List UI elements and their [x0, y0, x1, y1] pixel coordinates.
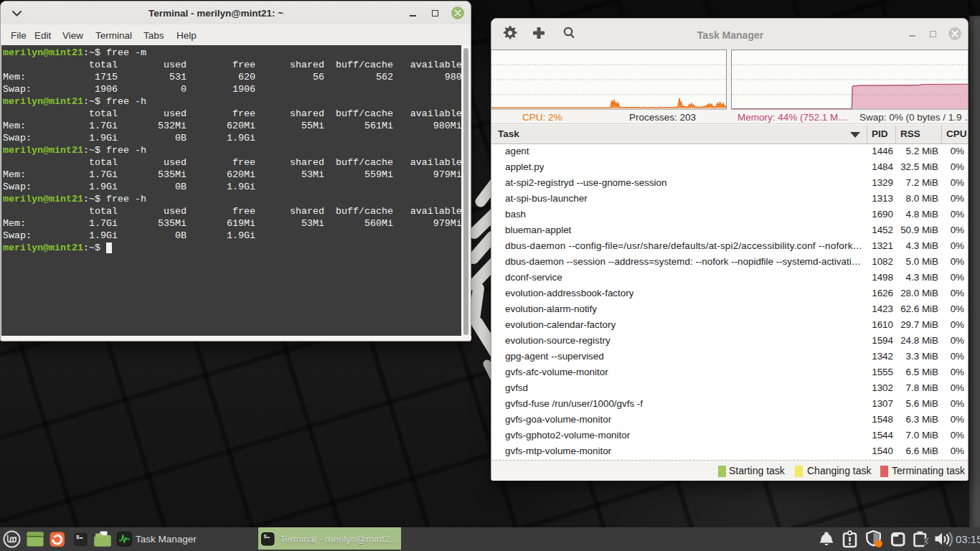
svg-text:$: $	[264, 534, 267, 540]
svg-text:$: $	[76, 534, 80, 540]
